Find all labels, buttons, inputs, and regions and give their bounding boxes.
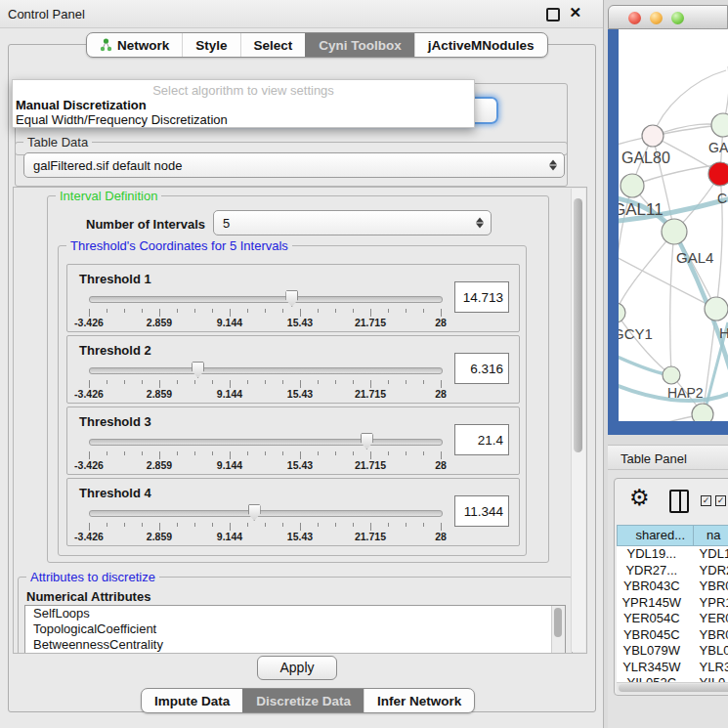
gear-icon[interactable]: ⚙ (629, 485, 650, 511)
attributes-group: Attributes to discretize Numerical Attri… (18, 577, 573, 654)
cell-shared-name: YDL19... (617, 546, 687, 563)
minimize-window-icon[interactable] (650, 12, 663, 24)
table-row[interactable]: YPR145WYPR1 (617, 595, 728, 612)
algorithm-option-equal-width-frequency-discretization[interactable]: Equal Width/Frequency Discretization (13, 112, 474, 127)
table-row[interactable]: YBL079WYBL0 (617, 643, 728, 660)
cell-shared-name: YPR145W (617, 595, 687, 612)
network-node-gal11[interactable] (621, 174, 644, 197)
table-row[interactable]: YIL052CYIL0 (617, 675, 728, 682)
attributes-group-title: Attributes to discretize (26, 570, 159, 584)
slider-scale-labels: -3.4262.8599.14415.4321.71528 (89, 317, 442, 327)
tab-jactivemnodules[interactable]: jActiveMNodules (414, 33, 547, 57)
table-data-select[interactable]: galFiltered.sif default node (23, 152, 565, 178)
network-node-gcy1[interactable] (619, 303, 625, 322)
tab-select[interactable]: Select (240, 33, 306, 57)
threshold-slider-track[interactable] (89, 296, 443, 303)
table-row[interactable]: YLR345WYLR3 (617, 660, 728, 676)
column-header-name[interactable]: na (694, 525, 728, 546)
table-row[interactable]: YDL19...YDL1 (617, 546, 728, 563)
table-row[interactable]: YBR043CYBR0 (617, 578, 728, 595)
tab-network[interactable]: Network (87, 33, 182, 57)
tab-discretize-data[interactable]: Discretize Data (242, 689, 364, 712)
table-row[interactable]: YDR27...YDR2 (617, 563, 728, 579)
close-panel-icon[interactable]: ✕ (569, 4, 581, 21)
threshold-slider-track[interactable] (89, 367, 443, 374)
attribute-item-selfloops[interactable]: SelfLoops (25, 606, 565, 621)
number-of-intervals-select[interactable]: 5 (213, 210, 492, 236)
number-of-intervals-value: 5 (223, 216, 230, 231)
attribute-item-betweennesscentrality[interactable]: BetweennessCentrality (25, 637, 565, 653)
column-header-shared-name[interactable]: shared... (617, 525, 694, 546)
control-panel-titlebar: Control Panel ✕ (0, 0, 603, 28)
network-edge[interactable] (619, 313, 671, 375)
settings-scrollbar[interactable] (571, 189, 585, 652)
network-node-h[interactable] (705, 297, 728, 321)
attributes-scrollbar[interactable] (551, 606, 565, 654)
table-data-group: Table Data galFiltered.sif default node (15, 142, 568, 187)
threshold-value-input[interactable]: 6.316 (454, 353, 509, 384)
algorithm-dropdown-hint: Select algorithm to view settings (13, 80, 474, 98)
cell-shared-name: YIL052C (617, 675, 687, 682)
bottom-tabstrip: Impute DataDiscretize DataInfer Network (141, 688, 475, 713)
network-node[interactable] (711, 113, 728, 137)
split-view-icon[interactable] (669, 490, 689, 513)
network-node[interactable] (692, 404, 713, 421)
cell-shared-name: YBR043C (617, 578, 687, 595)
table-h-scrollbar[interactable] (617, 682, 728, 694)
cell-name: YBR0 (687, 627, 728, 644)
table-row[interactable]: YBR045CYBR0 (617, 627, 728, 644)
control-panel-title: Control Panel (8, 7, 85, 21)
network-node-hap2[interactable] (663, 366, 680, 384)
threshold-slider-handle[interactable] (192, 362, 204, 378)
threshold-slider-handle[interactable] (285, 290, 298, 307)
network-node[interactable] (708, 162, 728, 186)
checkbox-icon[interactable]: ✓ (701, 495, 711, 506)
cell-shared-name: YBR045C (617, 627, 687, 644)
cell-shared-name: YBL079W (617, 643, 687, 660)
table-data-group-title: Table Data (23, 135, 92, 150)
threshold-panel-1: Threshold 1-3.4262.8599.14415.4321.71528… (66, 264, 520, 332)
tab-label: Style (195, 38, 227, 53)
tab-label: Network (117, 38, 169, 53)
attribute-item-topologicalcoefficient[interactable]: TopologicalCoefficient (25, 621, 565, 637)
tab-label: Infer Network (377, 694, 461, 708)
tab-impute-data[interactable]: Impute Data (142, 689, 242, 712)
cyni-toolbox-content: Discretization Algorithm Table Data galF… (8, 44, 596, 712)
threshold-slider-track[interactable] (89, 510, 443, 517)
network-canvas[interactable]: GAL80GAL11GAL4GCY1HHAP2GAC (619, 29, 728, 421)
zoom-window-icon[interactable] (671, 12, 684, 24)
threshold-slider-handle[interactable] (361, 433, 373, 450)
threshold-slider-track[interactable] (89, 439, 443, 446)
tab-cyni-toolbox[interactable]: Cyni Toolbox (305, 33, 414, 57)
threshold-value-input[interactable]: 14.713 (454, 281, 509, 313)
threshold-panel-2: Threshold 2-3.4262.8599.14415.4321.71528… (66, 335, 520, 404)
tab-label: Cyni Toolbox (319, 38, 402, 53)
network-node-gal80[interactable] (642, 125, 664, 147)
threshold-label: Threshold 2 (79, 343, 151, 358)
tab-style[interactable]: Style (182, 33, 239, 57)
tab-label: Discretize Data (256, 694, 351, 708)
number-of-intervals-label: Number of Intervals (86, 217, 205, 232)
close-window-icon[interactable] (628, 12, 641, 24)
network-view-frame: GAL80GAL11GAL4GCY1HHAP2GAC (608, 29, 728, 435)
settings-scrollbar-thumb[interactable] (574, 198, 582, 452)
control-panel-window: Control Panel ✕ Discretization Algorithm… (0, 0, 604, 728)
float-window-icon[interactable] (546, 8, 560, 21)
apply-button[interactable]: Apply (257, 656, 337, 680)
threshold-slider-handle[interactable] (248, 504, 261, 521)
network-edge[interactable] (670, 232, 674, 375)
cell-name: YDR2 (687, 563, 728, 579)
threshold-value-input[interactable]: 21.4 (454, 424, 509, 455)
slider-scale-labels: -3.4262.8599.14415.4321.71528 (89, 459, 442, 470)
table-row[interactable]: YER054CYER0 (617, 611, 728, 627)
node-label-partial: C (717, 191, 727, 206)
table-panel-titlebar: Table Panel (608, 445, 728, 470)
algorithm-option-manual-discretization[interactable]: Manual Discretization (13, 98, 474, 112)
network-node-gal4[interactable] (662, 219, 687, 244)
threshold-value-input[interactable]: 11.344 (454, 495, 509, 527)
network-edge[interactable] (619, 232, 674, 313)
settings-scroll-panel: Interval Definition Number of Intervals … (13, 187, 587, 654)
tab-infer-network[interactable]: Infer Network (364, 689, 474, 712)
network-edge[interactable] (619, 414, 703, 421)
checkbox-icon[interactable]: ✓ (715, 495, 726, 506)
